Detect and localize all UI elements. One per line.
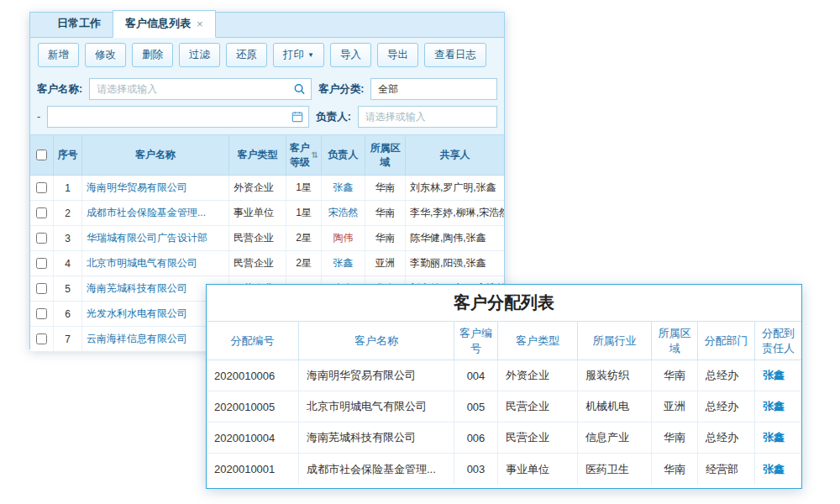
cell-owner[interactable]: 张鑫 (322, 251, 365, 276)
header-industry: 所属行业 (578, 322, 652, 360)
table-row[interactable]: 4 北京市明城电气有限公司 民营企业 2星 张鑫 亚洲 李勤丽,阳强,张鑫 (30, 251, 504, 276)
header-region: 所属区域 (652, 322, 698, 360)
chevron-down-icon: ▼ (307, 51, 314, 59)
cell-type: 民营企业 (229, 251, 286, 276)
customer-allocation-panel: 客户分配列表 分配编号 客户名称 客户编号 客户类型 所属行业 所属区域 分配部… (206, 284, 802, 489)
cell-customer-name[interactable]: 华瑞城有限公司广告设计部 (82, 226, 229, 251)
cell-customer-name[interactable]: 海南明华贸易有限公司 (299, 360, 454, 391)
cell-assignee[interactable]: 张鑫 (755, 423, 801, 454)
tab-bar: 日常工作 客户信息列表 × (30, 13, 504, 38)
row-checkbox[interactable] (36, 283, 47, 294)
cell-region: 华南 (652, 360, 698, 391)
cell-alloc-no[interactable]: 2020010001 (207, 454, 299, 485)
filter-button[interactable]: 过滤 (179, 43, 220, 67)
cell-customer-name[interactable]: 北京市明城电气有限公司 (82, 251, 229, 276)
cell-no: 3 (54, 226, 82, 251)
cell-customer-no: 005 (454, 391, 498, 423)
cell-assignee[interactable]: 张鑫 (755, 454, 801, 485)
cell-customer-no: 006 (454, 423, 498, 454)
table-row[interactable]: 2020010005 北京市明城电气有限公司 005 民营企业 机械机电 亚洲 … (207, 391, 801, 423)
customer-category-select[interactable]: 全部 (370, 78, 497, 100)
select-all-checkbox[interactable] (36, 150, 47, 160)
cell-level: 1星 (286, 176, 322, 201)
header-customer-type: 客户类型 (498, 322, 578, 360)
delete-button[interactable]: 删除 (132, 43, 173, 67)
cell-level: 2星 (286, 251, 322, 276)
cell-industry: 信息产业 (578, 423, 652, 454)
owner-input[interactable] (359, 107, 496, 127)
cell-dept: 总经办 (698, 423, 755, 454)
table-row[interactable]: 2020010004 海南芜城科技有限公司 006 民营企业 信息产业 华南 总… (207, 423, 801, 454)
table-row[interactable]: 2020010001 成都市社会保险基金管理... 003 事业单位 医药卫生 … (207, 454, 801, 485)
allocation-panel-title: 客户分配列表 (207, 285, 801, 322)
edit-button[interactable]: 修改 (85, 43, 126, 67)
cell-level: 2星 (286, 226, 322, 251)
date-range-dash: - (37, 111, 40, 123)
cell-type: 外资企业 (498, 360, 578, 391)
search-icon[interactable] (293, 83, 306, 96)
header-customer-no: 客户编号 (454, 322, 498, 360)
row-checkbox[interactable] (36, 258, 47, 269)
table-row[interactable]: 1 海南明华贸易有限公司 外资企业 1星 张鑫 华南 刘东林,罗广明,张鑫 (30, 176, 504, 201)
cell-customer-name[interactable]: 成都市社会保险基金管理... (82, 201, 229, 226)
restore-button[interactable]: 还原 (226, 43, 267, 67)
view-log-button[interactable]: 查看日志 (424, 43, 486, 67)
import-button[interactable]: 导入 (330, 43, 371, 67)
add-button[interactable]: 新增 (38, 43, 79, 67)
owner-label: 负责人: (316, 110, 351, 124)
cell-customer-name[interactable]: 海南芜城科技有限公司 (299, 423, 454, 454)
cell-level: 1星 (286, 201, 322, 226)
close-icon[interactable]: × (197, 18, 203, 29)
customer-category-label: 客户分类: (318, 82, 364, 97)
cell-region: 华南 (652, 423, 698, 454)
cell-region: 亚洲 (652, 391, 698, 423)
table-row[interactable]: 2020010006 海南明华贸易有限公司 004 外资企业 服装纺织 华南 总… (207, 360, 801, 391)
cell-shared: 刘东林,罗广明,张鑫 (406, 176, 504, 201)
customer-name-input[interactable] (90, 79, 311, 99)
owner-field (358, 106, 497, 128)
cell-alloc-no[interactable]: 2020010006 (207, 360, 299, 391)
row-checkbox[interactable] (36, 308, 47, 319)
customer-name-field (89, 78, 312, 100)
cell-alloc-no[interactable]: 2020010004 (207, 423, 299, 454)
cell-customer-name[interactable]: 海南明华贸易有限公司 (82, 176, 229, 201)
cell-no: 6 (54, 302, 82, 327)
cell-assignee[interactable]: 张鑫 (755, 360, 801, 391)
cell-region: 华南 (365, 201, 406, 226)
cell-shared: 李华,李婷,柳琳,宋浩然,张鑫 (406, 201, 504, 226)
header-customer-level: 客户等级⇅ (286, 135, 322, 176)
toolbar: 新增 修改 删除 过滤 还原 打印 ▼ 导入 导出 查看日志 (30, 38, 504, 71)
cell-owner[interactable]: 宋浩然 (322, 201, 365, 226)
date-input[interactable] (48, 107, 308, 127)
cell-type: 民营企业 (229, 226, 286, 251)
customer-name-label: 客户名称: (37, 82, 82, 97)
row-checkbox[interactable] (36, 207, 47, 218)
row-checkbox[interactable] (36, 233, 47, 244)
print-button[interactable]: 打印 ▼ (273, 43, 324, 67)
cell-owner[interactable]: 张鑫 (322, 176, 365, 201)
row-checkbox[interactable] (36, 333, 47, 344)
table-row[interactable]: 3 华瑞城有限公司广告设计部 民营企业 2星 陶伟 华南 陈华健,陶伟,张鑫 (30, 226, 504, 251)
cell-customer-name[interactable]: 成都市社会保险基金管理... (299, 454, 454, 485)
tab-customer-info-list[interactable]: 客户信息列表 × (113, 10, 216, 38)
row-checkbox[interactable] (36, 182, 47, 193)
cell-type: 事业单位 (229, 201, 286, 226)
header-shared: 共享人 (406, 135, 504, 176)
sort-icon[interactable]: ⇅ (312, 150, 318, 161)
tab-daily-work[interactable]: 日常工作 (45, 11, 113, 37)
calendar-icon[interactable] (291, 111, 303, 123)
cell-assignee[interactable]: 张鑫 (755, 391, 801, 423)
tab-label: 客户信息列表 (125, 16, 191, 31)
cell-owner[interactable]: 陶伟 (322, 226, 365, 251)
cell-no: 4 (54, 251, 82, 276)
cell-industry: 机械机电 (578, 391, 652, 423)
export-button[interactable]: 导出 (377, 43, 418, 67)
cell-alloc-no[interactable]: 2020010005 (207, 391, 299, 423)
table-row[interactable]: 2 成都市社会保险基金管理... 事业单位 1星 宋浩然 华南 李华,李婷,柳琳… (30, 201, 504, 226)
cell-shared: 李勤丽,阳强,张鑫 (406, 251, 504, 276)
cell-customer-name[interactable]: 北京市明城电气有限公司 (299, 391, 454, 423)
header-assignee: 分配到责任人 (755, 322, 801, 360)
cell-no: 7 (54, 327, 82, 352)
header-customer-name: 客户名称 (82, 135, 229, 176)
cell-dept: 总经办 (698, 360, 755, 391)
